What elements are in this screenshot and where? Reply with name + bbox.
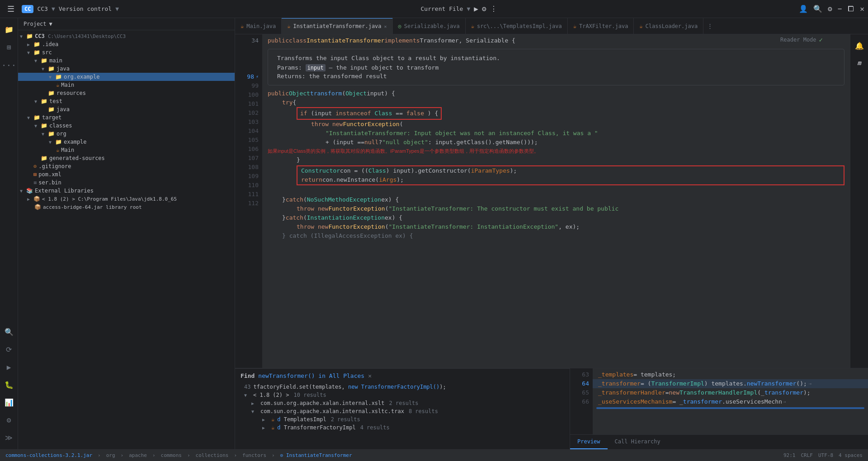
tree-item-serbin[interactable]: ≡ ser.bin [18,179,235,187]
project-panel-header: Project ▼ [18,18,235,30]
search-tool-icon[interactable]: 🔍 [1,324,17,340]
ide-settings-icon[interactable]: ⚙ [828,5,832,13]
jdk-label: < 1.8 (2) > [253,392,289,398]
tree-item-resources[interactable]: 📁 resources [18,89,235,97]
java-icon: ☕ [287,23,290,29]
tree-item-classes[interactable]: ▼ 📁 classes [18,122,235,130]
tree-item-main-class[interactable]: ☕ Main [18,146,235,154]
tree-item-src[interactable]: ▼ 📁 src [18,48,235,56]
code-text: Transformer, Serializable { [420,36,515,45]
breadcrumb-sep: › [98,452,101,458]
tab-trax-filter[interactable]: ☕ TrAXFilter.java [568,18,634,34]
title-bar-right: 👤 🔍 ⚙ − ⧠ ✕ [799,5,864,13]
code-content-main[interactable]: Reader Mode ✓ public class InstantiateTr… [262,34,850,368]
maximize-icon[interactable]: ⧠ [847,5,854,13]
tree-item-test[interactable]: ▼ 📁 test [18,97,235,105]
tree-item-example[interactable]: ▼ 📁 example [18,138,235,146]
tab-templates-impl[interactable]: ☕ src\...\TemplatesImpl.java [466,18,568,34]
more-tools-icon[interactable]: ··· [0,57,20,74]
project-tree: ▼ 📁 CC3 C:\Users\14341\Desktop\CC3 ▶ 📁 .… [18,30,235,449]
run-tool-icon[interactable]: ▶ [3,359,15,375]
tree-item-access-bridge[interactable]: 📦 access-bridge-64.jar library root [18,203,235,211]
build-icon[interactable]: ⚙ [482,5,486,13]
structure-tool-icon[interactable]: ⊞ [3,39,15,55]
project-header-dropdown[interactable]: ▼ [49,21,52,27]
type: Class [368,166,386,175]
preview-tab[interactable]: Preview [570,435,608,449]
tree-item-java[interactable]: ▼ 📁 java [18,65,235,73]
project-dropdown[interactable]: ▼ [52,5,55,12]
tree-item-ext-lib[interactable]: ▼ 📚 External Libraries [18,187,235,195]
string: "InstantiateTransformer: Input object wa… [326,129,598,138]
project-tool-icon[interactable]: 📁 [1,22,17,38]
cursor-position: 92:1 [783,452,796,458]
tree-item-gitignore[interactable]: ⊙ .gitignore [18,162,235,170]
java-file-icon: ☕ [56,82,59,88]
preview-code-content[interactable]: _templates = templates; _transformer = (… [593,368,868,434]
keyword: throw new [297,222,328,231]
result-count: 2 results [331,416,360,423]
tree-item-org[interactable]: ▼ 📁 org [18,130,235,138]
git-icon[interactable]: ⟳ [2,342,15,358]
folder-icon: 📁 [41,122,47,129]
folder-icon: 📁 [33,41,40,47]
field: _transformerHandler [598,388,665,397]
chevron-right-icon: ▶ [27,197,33,202]
type: TransformerImpl [651,379,704,388]
tree-item-org-example[interactable]: ▼ 📁 org.example [18,73,235,81]
editor-area: ☕ Main.java ☕ InstantiateTransformer.jav… [235,18,868,449]
current-file-dropdown[interactable]: ▼ [467,5,470,12]
code-text: ); [803,388,811,397]
status-breadcrumb-commons2: commons [161,452,182,458]
tree-label: CC3 C:\Users\14341\Desktop\CC3 [35,33,126,39]
notifications-icon[interactable]: 🔔 [851,38,868,54]
code-line-105: Constructor con = (( Class ) input).getC… [297,166,844,175]
more-options-icon[interactable]: ⋮ [490,5,497,13]
javadoc-param: Params: input – the input object to tran… [277,64,835,71]
version-control-label: Version control [59,5,112,12]
tree-item-main-java[interactable]: ☕ Main [18,81,235,89]
find-group-jdk[interactable]: ▼ < 1.8 (2) > 10 results [241,391,564,399]
app-menu-icon[interactable]: ☰ [4,2,18,15]
tab-main-java[interactable]: ☕ Main.java [235,18,282,34]
version-dropdown[interactable]: ▼ [115,5,119,12]
profiler-icon[interactable]: 📊 [1,395,17,410]
profile-icon[interactable]: 👤 [799,5,808,13]
find-close-icon[interactable]: ✕ [368,372,372,379]
code-line-109: throw new FunctorException ( "Instantiat… [262,204,850,213]
gutter-line-111: 111 [235,190,259,199]
tree-item-idea[interactable]: ▶ 📁 .idea [18,40,235,48]
param-code: input [306,64,326,71]
xml-icon: ⊞ [33,171,37,178]
tab-close-icon[interactable]: ✕ [384,24,387,29]
find-item-xsltc-trax[interactable]: ▼ com.sun.org.apache.xalan.internal.xslt… [241,407,564,415]
minimize-icon[interactable]: − [838,5,842,13]
close-icon[interactable]: ✕ [860,5,864,13]
tab-instantiate-transformer[interactable]: ☕ InstantiateTransformer.java ✕ [282,18,392,34]
find-item-xalan-xslt[interactable]: ▶ com.sun.org.apache.xalan.internal.xslt… [241,399,564,407]
chevron-down-icon: ▼ [34,123,41,128]
global-search-icon[interactable]: 🔍 [813,5,822,13]
code-line-99: try { [262,98,850,107]
reader-mode-check[interactable]: ✓ [819,36,823,43]
find-item-templates-impl[interactable]: ▶ ☕ d TemplatesImpl 2 results [241,415,564,423]
find-result-43[interactable]: 43 tfactoryField.set(templates, new Tran… [241,383,564,391]
find-item-transformer-factory-impl[interactable]: ▶ ☕ d TransformerFactoryImpl 4 results [241,423,564,432]
debug-tool-icon[interactable]: 🐛 [1,377,17,393]
expand-left-icon[interactable]: ≫ [1,430,16,446]
tree-item-target[interactable]: ▼ 📁 target [18,113,235,122]
tree-item-jdk[interactable]: ▶ 📦 < 1.8 (2) > C:\Program Files\Java\jd… [18,195,235,203]
bookmark-icon[interactable]: m [854,56,864,70]
tree-item-pom[interactable]: ⊞ pom.xml [18,170,235,179]
call-hierarchy-tab[interactable]: Call Hierarchy [608,435,668,449]
tab-class-loader[interactable]: ☕ ClassLoader.java [634,18,703,34]
run-icon[interactable]: ▶ [474,5,478,13]
tree-item-cc3[interactable]: ▼ 📁 CC3 C:\Users\14341\Desktop\CC3 [18,32,235,40]
code-text: { [292,98,296,107]
tree-item-test-java[interactable]: 📁 java [18,105,235,113]
tab-serializable[interactable]: ◎ Serializable.java [393,18,466,34]
tree-item-main[interactable]: ▼ 📁 main [18,56,235,65]
settings-tool-icon[interactable]: ⚙ [3,412,15,428]
more-tabs-icon[interactable]: ⋮ [703,23,717,29]
tree-item-generated[interactable]: 📁 generated-sources [18,154,235,162]
